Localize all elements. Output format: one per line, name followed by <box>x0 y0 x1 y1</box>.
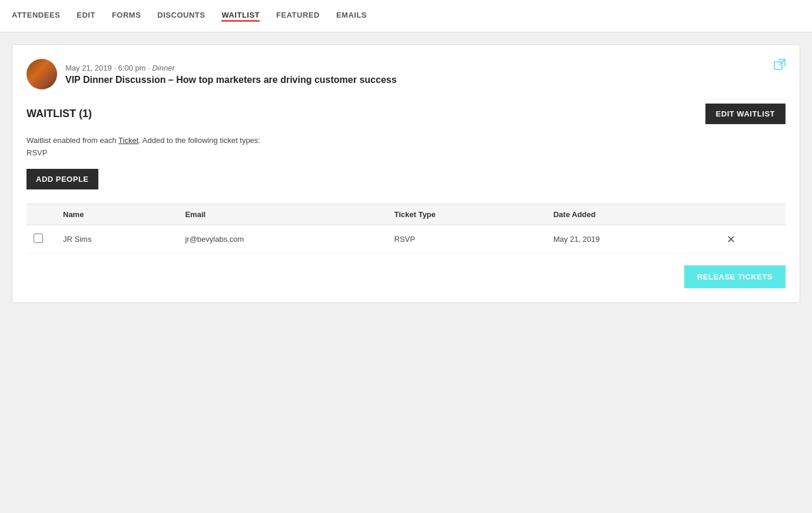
event-date: May 21, 2019 · 6:00 pm · Dinner <box>65 64 397 72</box>
col-ticket-type: Ticket Type <box>387 204 546 225</box>
nav-waitlist[interactable]: WAITLIST <box>221 11 260 22</box>
event-header: May 21, 2019 · 6:00 pm · Dinner VIP Dinn… <box>26 59 786 89</box>
ticket-link[interactable]: Ticket <box>118 136 138 145</box>
event-header-left: May 21, 2019 · 6:00 pm · Dinner VIP Dinn… <box>26 59 397 89</box>
waitlist-card: May 21, 2019 · 6:00 pm · Dinner VIP Dinn… <box>12 44 800 303</box>
waitlist-table: Name Email Ticket Type Date Added JR Sim… <box>26 204 786 254</box>
remove-row-button[interactable]: ✕ <box>727 234 735 245</box>
row-checkbox-cell <box>26 225 56 254</box>
col-name: Name <box>56 204 178 225</box>
table-body: JR Sims jr@bevylabs.com RSVP May 21, 201… <box>26 225 786 254</box>
event-avatar <box>26 59 57 89</box>
table-header: Name Email Ticket Type Date Added <box>26 204 786 225</box>
waitlist-title: WAITLIST (1) <box>26 108 92 120</box>
waitlist-info-text: Waitlist enabled from each Ticket. Added… <box>26 136 786 145</box>
row-date-added: May 21, 2019 <box>546 225 720 254</box>
row-remove-cell: ✕ <box>720 225 786 254</box>
external-link-icon[interactable] <box>774 59 786 74</box>
col-actions <box>720 204 786 225</box>
row-checkbox[interactable] <box>34 234 43 243</box>
event-meta: May 21, 2019 · 6:00 pm · Dinner VIP Dinn… <box>65 64 397 85</box>
nav-emails[interactable]: EMAILS <box>336 11 367 22</box>
avatar-image <box>26 59 57 89</box>
nav-edit[interactable]: EDIT <box>77 11 95 22</box>
nav-discounts[interactable]: DISCOUNTS <box>157 11 205 22</box>
release-tickets-area: RELEASE TICKETS <box>26 265 786 288</box>
waitlist-section-header: WAITLIST (1) EDIT WAITLIST <box>26 104 786 124</box>
info-prefix: Waitlist enabled from each <box>26 136 118 145</box>
col-checkbox <box>26 204 56 225</box>
table-row: JR Sims jr@bevylabs.com RSVP May 21, 201… <box>26 225 786 254</box>
row-name: JR Sims <box>56 225 178 254</box>
edit-waitlist-button[interactable]: EDIT WAITLIST <box>705 104 786 124</box>
row-email: jr@bevylabs.com <box>178 225 387 254</box>
rsvp-label: RSVP <box>26 148 786 157</box>
add-people-button[interactable]: ADD PEOPLE <box>26 169 98 189</box>
event-title: VIP Dinner Discussion – How top marketer… <box>65 75 397 85</box>
main-content: May 21, 2019 · 6:00 pm · Dinner VIP Dinn… <box>0 32 812 315</box>
col-email: Email <box>178 204 387 225</box>
col-date-added: Date Added <box>546 204 720 225</box>
table-header-row: Name Email Ticket Type Date Added <box>26 204 786 225</box>
row-ticket-type: RSVP <box>387 225 546 254</box>
top-navigation: ATTENDEES EDIT FORMS DISCOUNTS WAITLIST … <box>0 0 812 32</box>
event-date-text: May 21, 2019 · 6:00 pm · <box>65 64 152 72</box>
info-suffix: . Added to the following ticket types: <box>138 136 260 145</box>
nav-attendees[interactable]: ATTENDEES <box>12 11 60 22</box>
nav-forms[interactable]: FORMS <box>112 11 141 22</box>
nav-featured[interactable]: FEATURED <box>276 11 320 22</box>
event-type: Dinner <box>152 64 174 72</box>
release-tickets-button[interactable]: RELEASE TICKETS <box>684 265 786 288</box>
